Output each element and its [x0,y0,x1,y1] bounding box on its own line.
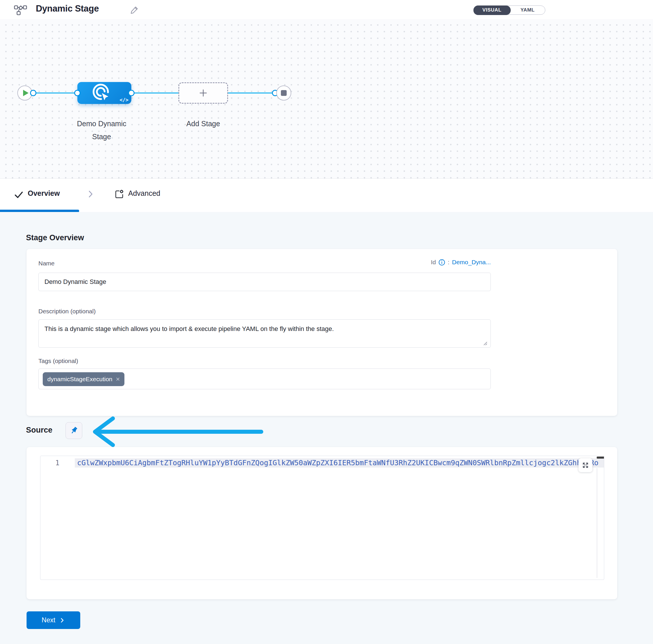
header: Dynamic Stage VISUAL YAML [0,0,653,19]
section-title-stage-overview: Stage Overview [26,233,84,242]
stage-overview-panel: Stage Overview Name Id : Demo_Dyna... De… [0,212,653,644]
check-icon [14,190,24,201]
tag-chip-label: dynamicStageExecution [47,376,112,383]
description-textarea[interactable]: This is a dynamic stage which allows you… [39,319,491,348]
connector-dot [74,90,80,96]
click-execute-icon [90,82,115,104]
name-input[interactable] [39,272,491,291]
tab-overview[interactable]: Overview [28,189,60,197]
pushpin-icon [70,426,78,435]
next-button[interactable]: Next [27,611,80,629]
id-colon: : [448,259,450,266]
add-stage-label: Add Stage [174,117,232,130]
tag-chip: dynamicStageExecution × [43,372,124,386]
description-label: Description (optional) [39,308,96,315]
page-title: Dynamic Stage [36,3,99,14]
stage-id-value[interactable]: Demo_Dyna... [452,259,491,266]
flow-line [32,92,78,94]
stage-overview-card: Name Id : Demo_Dyna... Description (opti… [27,249,617,416]
toggle-visual[interactable]: VISUAL [474,5,511,15]
stage-id-row: Id : Demo_Dyna... [431,259,491,266]
pipeline-flowchart-icon [14,4,27,17]
add-stage-node[interactable] [178,82,228,104]
source-card: 1 cGlwZWxpbmU6CiAgbmFtZTogRHluYW1pYyBTdG… [27,447,617,599]
play-icon [23,90,29,96]
connector-dot [30,90,37,96]
annotation-arrow [88,416,267,448]
horizontal-scrollbar-thumb[interactable] [597,457,604,459]
code-badge-icon: </> [120,97,128,103]
chevron-right-icon [86,190,95,199]
tab-advanced[interactable]: Advanced [128,189,160,197]
pipeline-stage-editor: Dynamic Stage VISUAL YAML </> [0,0,653,644]
plus-icon [198,88,208,98]
line-number: 1 [41,458,59,468]
tags-label: Tags (optional) [39,358,78,364]
stage-node-label: Demo Dynamic Stage [73,117,130,143]
stage-node-demo-dynamic-stage[interactable]: </> [77,82,131,104]
toggle-yaml[interactable]: YAML [510,6,545,15]
tag-remove-icon[interactable]: × [116,376,120,383]
code-line-text: cGlwZWxpbmU6CiAgbmFtZTogRHluYW1pYyBTdGFn… [77,458,604,468]
pipeline-end-node [276,86,291,100]
pipeline-canvas: </> Demo Dynamic Stage Add Stage [0,19,653,179]
expand-editor-button[interactable] [579,458,592,472]
advanced-settings-icon [114,189,124,200]
expand-icon [582,461,589,469]
chevron-right-icon [59,617,65,623]
section-title-source: Source [26,426,52,435]
yaml-source-editor[interactable]: 1 cGlwZWxpbmU6CiAgbmFtZTogRHluYW1pYyBTdG… [40,456,604,580]
pin-source-button[interactable] [66,422,82,439]
flow-line [131,92,179,94]
edit-title-pencil-icon[interactable] [130,5,139,16]
next-button-label: Next [42,616,55,624]
id-label: Id [431,259,436,266]
name-label: Name [39,260,54,267]
stop-icon [281,90,287,96]
flow-line [228,92,276,94]
connector-dot [128,90,135,96]
tags-input[interactable]: dynamicStageExecution × [39,368,491,389]
stage-tabbar: Overview Advanced [0,178,653,212]
vertical-scrollbar[interactable] [597,468,597,578]
visual-yaml-toggle: VISUAL YAML [474,5,545,15]
info-icon[interactable] [438,259,445,266]
